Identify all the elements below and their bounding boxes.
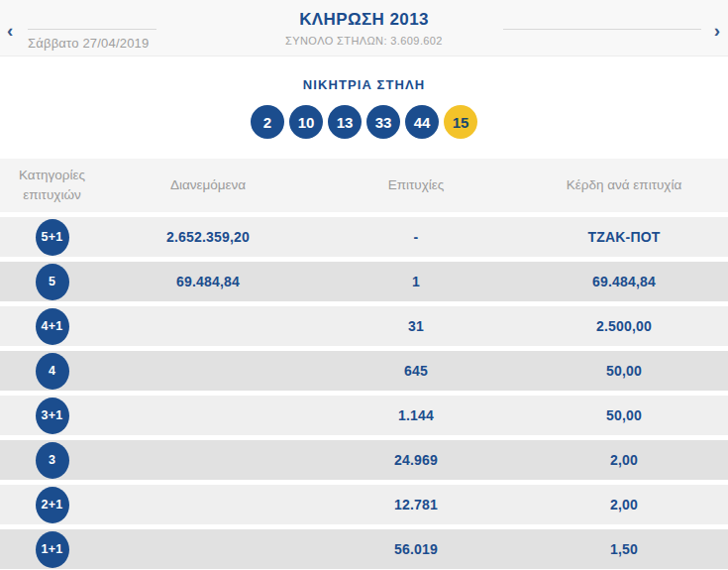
category-badge: 2+1 — [36, 487, 69, 523]
table-row: 4+1312.500,00 — [0, 306, 728, 346]
category-cell: 5+1 — [0, 219, 104, 256]
draw-title: ΚΛΗΡΩΣΗ 2013 — [0, 10, 728, 30]
prize-cell: 69.484,84 — [520, 274, 728, 289]
winners-cell: 31 — [312, 318, 520, 334]
winners-cell: 645 — [312, 363, 520, 379]
category-cell: 2+1 — [0, 487, 104, 523]
column-header: Κατηγορίες επιτυχιών — [0, 159, 104, 212]
winning-numbers: 21013334415 — [0, 105, 728, 139]
chevron-right-icon[interactable]: › — [714, 21, 720, 40]
column-header: Κέρδη ανά επιτυχία — [520, 159, 728, 212]
category-cell: 3 — [0, 442, 104, 479]
column-header: Διανεμόμενα — [104, 159, 312, 212]
prize-cell: 50,00 — [520, 363, 728, 379]
table-row: 1+156.0191,50 — [0, 529, 728, 569]
category-badge: 4+1 — [36, 308, 69, 345]
winning-column-title: ΝΙΚΗΤΡΙΑ ΣΤΗΛΗ — [0, 77, 728, 92]
winners-cell: - — [312, 229, 520, 245]
table-header-row: Κατηγορίες επιτυχιώνΔιανεμόμεναΕπιτυχίες… — [0, 159, 728, 212]
results-table: Κατηγορίες επιτυχιώνΔιανεμόμεναΕπιτυχίες… — [0, 159, 728, 569]
category-badge: 3 — [36, 442, 69, 479]
category-badge: 1+1 — [36, 531, 69, 568]
total-columns-label: ΣΥΝΟΛΟ ΣΤΗΛΩΝ: 3.609.602 — [0, 35, 728, 47]
column-header: Επιτυχίες — [312, 159, 520, 212]
winners-cell: 56.019 — [312, 541, 520, 557]
winners-cell: 24.969 — [312, 452, 520, 468]
distributed-cell: 2.652.359,20 — [104, 229, 312, 245]
winners-cell: 1.144 — [312, 407, 520, 423]
distributed-cell: 69.484,84 — [104, 274, 312, 289]
divider-right — [503, 29, 701, 30]
bonus-number-ball: 15 — [444, 105, 477, 139]
prize-cell: ΤΖΑΚ-ΠΟΤ — [520, 229, 728, 245]
winning-number-ball: 10 — [289, 105, 323, 139]
category-badge: 5+1 — [36, 219, 69, 256]
category-cell: 1+1 — [0, 531, 104, 568]
winning-column-section: ΝΙΚΗΤΡΙΑ ΣΤΗΛΗ 21013334415 — [0, 57, 728, 159]
category-badge: 3+1 — [36, 398, 69, 434]
table-row: 464550,00 — [0, 351, 728, 391]
table-body: 5+12.652.359,20-ΤΖΑΚ-ΠΟΤ569.484,84169.48… — [0, 217, 728, 569]
prize-cell: 50,00 — [520, 407, 728, 423]
category-badge: 5 — [36, 264, 69, 300]
winning-number-ball: 44 — [405, 105, 439, 139]
category-cell: 4+1 — [0, 308, 104, 345]
prize-cell: 1,50 — [520, 541, 728, 557]
table-row: 2+112.7812,00 — [0, 485, 728, 524]
winners-cell: 1 — [312, 274, 520, 289]
winners-cell: 12.781 — [312, 497, 520, 513]
table-row: 324.9692,00 — [0, 440, 728, 480]
prize-cell: 2,00 — [520, 497, 728, 513]
category-cell: 3+1 — [0, 398, 104, 434]
table-row: 569.484,84169.484,84 — [0, 262, 728, 301]
winning-number-ball: 2 — [251, 105, 284, 139]
table-row: 3+11.14450,00 — [0, 396, 728, 435]
table-row: 5+12.652.359,20-ΤΖΑΚ-ΠΟΤ — [0, 217, 728, 257]
prize-cell: 2,00 — [520, 452, 728, 468]
draw-header: ‹ Σάββατο 27/04/2019 ΚΛΗΡΩΣΗ 2013 ΣΥΝΟΛΟ… — [0, 0, 728, 57]
winning-number-ball: 33 — [366, 105, 400, 139]
winning-number-ball: 13 — [328, 105, 362, 139]
category-badge: 4 — [36, 353, 69, 390]
category-cell: 4 — [0, 353, 104, 390]
prize-cell: 2.500,00 — [520, 318, 728, 334]
category-cell: 5 — [0, 264, 104, 300]
